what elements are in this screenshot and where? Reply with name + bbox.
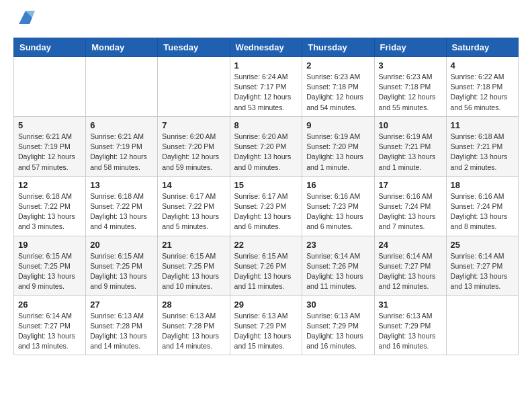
day-number: 2 (306, 60, 369, 71)
day-info: Sunrise: 6:17 AM Sunset: 7:22 PM Dayligh… (162, 191, 225, 232)
day-header-saturday: Saturday (446, 38, 518, 57)
calendar-cell: 18Sunrise: 6:16 AM Sunset: 7:24 PM Dayli… (446, 176, 518, 236)
day-header-sunday: Sunday (14, 38, 86, 57)
day-info: Sunrise: 6:17 AM Sunset: 7:23 PM Dayligh… (234, 191, 298, 232)
day-number: 24 (379, 240, 442, 250)
day-info: Sunrise: 6:23 AM Sunset: 7:18 PM Dayligh… (379, 72, 442, 113)
calendar-cell: 17Sunrise: 6:16 AM Sunset: 7:24 PM Dayli… (374, 176, 446, 236)
calendar-cell: 1Sunrise: 6:24 AM Sunset: 7:17 PM Daylig… (230, 57, 302, 117)
logo-icon (16, 8, 35, 27)
calendar-cell: 2Sunrise: 6:23 AM Sunset: 7:18 PM Daylig… (302, 57, 374, 117)
day-number: 21 (162, 240, 225, 250)
calendar-cell: 31Sunrise: 6:13 AM Sunset: 7:29 PM Dayli… (374, 295, 446, 355)
day-info: Sunrise: 6:24 AM Sunset: 7:17 PM Dayligh… (234, 72, 298, 113)
calendar-cell: 29Sunrise: 6:13 AM Sunset: 7:29 PM Dayli… (230, 295, 302, 355)
day-number: 7 (162, 120, 225, 130)
page-header (13, 13, 519, 27)
calendar-cell (158, 57, 230, 117)
day-info: Sunrise: 6:13 AM Sunset: 7:28 PM Dayligh… (162, 311, 225, 352)
calendar-cell: 28Sunrise: 6:13 AM Sunset: 7:28 PM Dayli… (158, 295, 230, 355)
calendar-cell: 12Sunrise: 6:18 AM Sunset: 7:22 PM Dayli… (14, 176, 86, 236)
calendar-cell: 26Sunrise: 6:14 AM Sunset: 7:27 PM Dayli… (14, 295, 86, 355)
day-info: Sunrise: 6:19 AM Sunset: 7:21 PM Dayligh… (379, 132, 442, 173)
day-info: Sunrise: 6:14 AM Sunset: 7:27 PM Dayligh… (18, 311, 81, 352)
day-number: 4 (451, 60, 514, 71)
day-number: 14 (162, 180, 225, 190)
day-number: 5 (18, 120, 81, 130)
calendar-cell: 11Sunrise: 6:18 AM Sunset: 7:21 PM Dayli… (446, 116, 518, 176)
calendar-week-row: 12Sunrise: 6:18 AM Sunset: 7:22 PM Dayli… (14, 176, 519, 236)
calendar-cell (86, 57, 158, 117)
calendar-cell: 27Sunrise: 6:13 AM Sunset: 7:28 PM Dayli… (86, 295, 158, 355)
calendar-cell: 25Sunrise: 6:14 AM Sunset: 7:27 PM Dayli… (446, 236, 518, 295)
calendar-cell: 9Sunrise: 6:19 AM Sunset: 7:20 PM Daylig… (302, 116, 374, 176)
day-header-tuesday: Tuesday (158, 38, 230, 57)
day-info: Sunrise: 6:13 AM Sunset: 7:29 PM Dayligh… (234, 311, 298, 352)
calendar-week-row: 5Sunrise: 6:21 AM Sunset: 7:19 PM Daylig… (14, 116, 519, 176)
day-info: Sunrise: 6:16 AM Sunset: 7:23 PM Dayligh… (306, 191, 369, 232)
day-number: 3 (379, 60, 442, 71)
day-info: Sunrise: 6:14 AM Sunset: 7:26 PM Dayligh… (306, 251, 369, 292)
calendar-cell: 19Sunrise: 6:15 AM Sunset: 7:25 PM Dayli… (14, 236, 86, 295)
day-header-wednesday: Wednesday (230, 38, 302, 57)
calendar-week-row: 1Sunrise: 6:24 AM Sunset: 7:17 PM Daylig… (14, 57, 519, 117)
day-info: Sunrise: 6:15 AM Sunset: 7:25 PM Dayligh… (162, 251, 225, 292)
day-info: Sunrise: 6:18 AM Sunset: 7:22 PM Dayligh… (90, 191, 153, 232)
day-info: Sunrise: 6:14 AM Sunset: 7:27 PM Dayligh… (379, 251, 442, 292)
day-number: 12 (18, 180, 81, 190)
day-number: 31 (379, 300, 442, 310)
day-info: Sunrise: 6:15 AM Sunset: 7:25 PM Dayligh… (90, 251, 153, 292)
day-number: 18 (451, 180, 514, 190)
calendar-cell: 6Sunrise: 6:21 AM Sunset: 7:19 PM Daylig… (86, 116, 158, 176)
day-header-thursday: Thursday (302, 38, 374, 57)
day-number: 10 (379, 120, 442, 130)
day-number: 16 (306, 180, 369, 190)
day-info: Sunrise: 6:18 AM Sunset: 7:21 PM Dayligh… (451, 132, 514, 173)
calendar-cell: 7Sunrise: 6:20 AM Sunset: 7:20 PM Daylig… (158, 116, 230, 176)
calendar-cell: 4Sunrise: 6:22 AM Sunset: 7:18 PM Daylig… (446, 57, 518, 117)
calendar-cell: 21Sunrise: 6:15 AM Sunset: 7:25 PM Dayli… (158, 236, 230, 295)
day-info: Sunrise: 6:18 AM Sunset: 7:22 PM Dayligh… (18, 191, 81, 232)
day-number: 6 (90, 120, 153, 130)
calendar-cell: 10Sunrise: 6:19 AM Sunset: 7:21 PM Dayli… (374, 116, 446, 176)
calendar-cell: 5Sunrise: 6:21 AM Sunset: 7:19 PM Daylig… (14, 116, 86, 176)
calendar-table: SundayMondayTuesdayWednesdayThursdayFrid… (13, 38, 519, 355)
day-number: 23 (306, 240, 369, 250)
day-header-monday: Monday (86, 38, 158, 57)
calendar-cell: 14Sunrise: 6:17 AM Sunset: 7:22 PM Dayli… (158, 176, 230, 236)
logo (13, 13, 35, 27)
calendar-cell (14, 57, 86, 117)
day-info: Sunrise: 6:13 AM Sunset: 7:29 PM Dayligh… (306, 311, 369, 352)
day-info: Sunrise: 6:16 AM Sunset: 7:24 PM Dayligh… (379, 191, 442, 232)
calendar-week-row: 26Sunrise: 6:14 AM Sunset: 7:27 PM Dayli… (14, 295, 519, 355)
calendar-cell: 13Sunrise: 6:18 AM Sunset: 7:22 PM Dayli… (86, 176, 158, 236)
day-info: Sunrise: 6:22 AM Sunset: 7:18 PM Dayligh… (451, 72, 514, 113)
day-number: 13 (90, 180, 153, 190)
day-info: Sunrise: 6:19 AM Sunset: 7:20 PM Dayligh… (306, 132, 369, 173)
calendar-cell: 8Sunrise: 6:20 AM Sunset: 7:20 PM Daylig… (230, 116, 302, 176)
day-number: 25 (451, 240, 514, 250)
day-number: 28 (162, 300, 225, 310)
day-info: Sunrise: 6:21 AM Sunset: 7:19 PM Dayligh… (18, 132, 81, 173)
day-info: Sunrise: 6:13 AM Sunset: 7:28 PM Dayligh… (90, 311, 153, 352)
day-info: Sunrise: 6:16 AM Sunset: 7:24 PM Dayligh… (451, 191, 514, 232)
day-number: 8 (234, 120, 298, 130)
day-number: 19 (18, 240, 81, 250)
calendar-cell: 20Sunrise: 6:15 AM Sunset: 7:25 PM Dayli… (86, 236, 158, 295)
day-number: 26 (18, 300, 81, 310)
day-number: 27 (90, 300, 153, 310)
day-number: 22 (234, 240, 298, 250)
day-number: 1 (234, 60, 298, 71)
day-info: Sunrise: 6:20 AM Sunset: 7:20 PM Dayligh… (162, 132, 225, 173)
calendar-cell: 15Sunrise: 6:17 AM Sunset: 7:23 PM Dayli… (230, 176, 302, 236)
calendar-cell (446, 295, 518, 355)
calendar-header-row: SundayMondayTuesdayWednesdayThursdayFrid… (14, 38, 519, 57)
day-info: Sunrise: 6:21 AM Sunset: 7:19 PM Dayligh… (90, 132, 153, 173)
calendar-cell: 16Sunrise: 6:16 AM Sunset: 7:23 PM Dayli… (302, 176, 374, 236)
day-info: Sunrise: 6:13 AM Sunset: 7:29 PM Dayligh… (379, 311, 442, 352)
day-header-friday: Friday (374, 38, 446, 57)
day-number: 30 (306, 300, 369, 310)
calendar-cell: 24Sunrise: 6:14 AM Sunset: 7:27 PM Dayli… (374, 236, 446, 295)
day-number: 20 (90, 240, 153, 250)
day-number: 9 (306, 120, 369, 130)
